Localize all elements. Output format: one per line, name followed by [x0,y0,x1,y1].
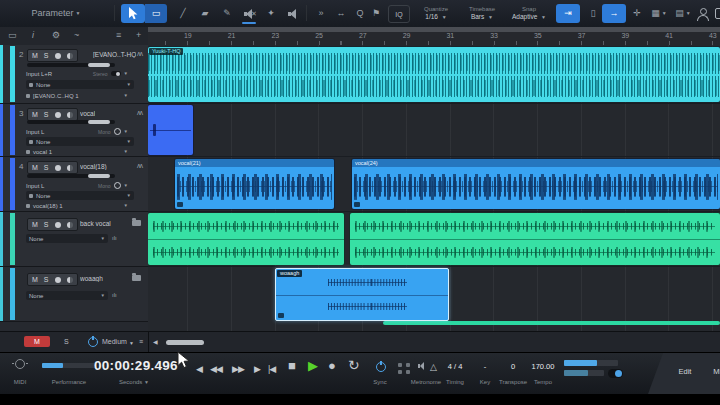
chevron-down-icon[interactable]: ▼ [127,82,131,87]
solo-button[interactable]: S [44,52,49,59]
timeline-ruler[interactable]: 19 21 23 25 27 29 31 33 35 37 39 41 43 [148,27,720,46]
output-row[interactable]: vocal(18) 1 ▼ [26,201,128,210]
clip-vocal-small[interactable] [148,105,193,155]
range-tool-button[interactable]: ▭ [145,4,167,23]
power-icon[interactable] [88,337,98,347]
snap-dropdown[interactable]: Snap Adaptive ▼ [506,5,552,21]
list-icon[interactable]: ≡ [139,338,143,345]
chevron-down-icon[interactable]: ▼ [124,129,128,134]
track-header-back-vocal[interactable]: M S back vocal None ▼ ılı [0,212,148,267]
solo-button[interactable]: S [44,221,49,228]
precount-autopunch-icons[interactable] [398,363,411,374]
mute-button[interactable]: M [32,164,38,171]
scroll-left-arrow[interactable]: ◀ [153,338,158,345]
output-row[interactable]: vocal 1 ▼ [26,147,128,156]
play-button[interactable]: ▶ [308,359,317,373]
track-header-vocal18[interactable]: 4 M S vocal(18) ʌʌ Input L Mono ▼ [0,157,148,212]
solo-button[interactable]: S [44,276,49,283]
chevron-down-icon[interactable]: ▼ [124,71,128,76]
tempo-value[interactable]: 170.00 [528,362,558,371]
listen-tool-button[interactable] [284,4,302,23]
output-row[interactable]: [EVANO.C..HQ 1 ▼ [26,91,128,100]
paint-tool-button[interactable]: ✎ [218,4,236,23]
chevron-down-icon[interactable]: ▼ [101,293,105,298]
track-name[interactable]: woaagh [80,275,103,282]
parameter-dropdown[interactable]: Parameter ▼ [8,4,104,23]
chevron-down-icon[interactable]: ▼ [124,203,128,208]
volume-handle[interactable] [88,174,110,178]
automation-icon[interactable]: ~ [74,30,79,41]
edit-view-button[interactable]: Edit [670,367,700,376]
crosshair-button[interactable]: ✛ [630,4,644,23]
click-speaker-icon[interactable] [418,362,427,370]
chevron-down-icon[interactable]: ▼ [127,193,131,198]
clip-vocal24[interactable]: vocal(24) [352,159,720,209]
add-track-button[interactable]: + [136,30,141,41]
time-unit-dropdown[interactable]: Seconds ▼ [104,379,164,385]
step-back-button[interactable]: ◀ [196,362,202,376]
grid-view-button[interactable]: ▦ ▼ [648,4,670,23]
arrange-row-vocal18[interactable]: vocal(21) vocal(24) [148,157,720,212]
track-name[interactable]: [EVANO..T-HQ [93,51,136,58]
follow-playhead-button[interactable]: ⇥ [556,4,580,23]
record-button[interactable]: ● [328,359,335,373]
timebase-dropdown[interactable]: Timebase Bars ▼ [460,5,504,21]
mute-button[interactable]: M [32,111,38,118]
key-value[interactable]: - [476,362,494,371]
insert-row[interactable]: None ▼ [26,137,134,146]
transpose-value[interactable]: 0 [496,362,530,371]
arrange-row-woaagh[interactable]: woaagh [148,267,720,321]
horizontal-scrollbar[interactable] [166,340,204,345]
chevron-down-icon[interactable]: ▼ [124,183,128,188]
loop-button[interactable]: ↻ [348,358,359,372]
insert-row[interactable]: None ▼ [26,80,134,89]
chevron-down-icon[interactable]: ▼ [124,93,128,98]
sync-power-icon[interactable] [376,362,386,372]
inspector-icon[interactable]: i [32,30,34,41]
monitor-button[interactable] [67,277,73,283]
track-name[interactable]: back vocal [80,220,111,227]
volume-handle[interactable] [88,63,110,67]
solo-button[interactable]: S [44,164,49,171]
track-tab-icon[interactable]: ▭ [8,30,17,41]
chevron-down-icon[interactable]: ▼ [101,236,105,241]
volume-handle[interactable] [88,120,110,124]
chevron-down-icon[interactable]: ▼ [127,139,131,144]
mono-toggle[interactable] [114,182,121,189]
global-mute-button[interactable]: M [24,336,50,347]
track-header-evano[interactable]: 2 M S [EVANO..T-HQ ʌʌ Input L+R Stereo ▼ [0,45,148,104]
metronome-icon[interactable]: △ [430,360,436,374]
jump-button[interactable]: → [602,4,626,23]
monitor-button[interactable] [67,53,73,59]
record-arm-button[interactable] [55,277,61,283]
stereo-toggle[interactable] [111,71,121,76]
stop-button[interactable]: ■ [288,359,295,373]
track-header-vocal[interactable]: 3 M S vocal ʌʌ Input L Mono ▼ [0,104,148,157]
quantize-dropdown[interactable]: Quantize 1/16 ▼ [414,5,458,21]
record-arm-button[interactable] [55,112,61,118]
clip-woaagh-selected[interactable]: woaagh [275,268,449,321]
clip-back-vocal-a[interactable] [148,213,344,265]
mix-view-button[interactable]: Mix [706,367,720,376]
record-arm-button[interactable] [55,165,61,171]
track-name[interactable]: vocal [80,110,95,117]
arrangement-area[interactable]: Yuuki-T-HQ vocal(21) vocal(24) [148,45,720,331]
track-list-icon[interactable]: ≡ [116,30,121,41]
volume-slider[interactable] [27,174,115,178]
track-size-dropdown[interactable]: Medium [102,338,127,345]
mute-button[interactable]: M [32,276,38,283]
track-name[interactable]: vocal(18) [80,163,107,170]
clip-yuuki-t-hq[interactable]: Yuuki-T-HQ [148,47,720,102]
mute-tool-button[interactable]: ✕ [240,4,258,23]
timestretch-button[interactable]: ↔ [332,4,350,23]
clip-sliver-green[interactable] [383,321,720,325]
return-to-start-button[interactable]: |◀ [268,362,275,376]
mute-button[interactable]: M [32,52,38,59]
fast-forward-button[interactable]: ▶▶ [232,362,244,376]
record-arm-button[interactable] [55,222,61,228]
volume-slider[interactable] [27,63,115,67]
chevron-down-icon[interactable]: ▼ [124,149,128,154]
insert-row[interactable]: None ▼ [26,291,108,300]
monitor-button[interactable] [67,222,73,228]
input-row[interactable]: Input L Mono ▼ [26,181,128,190]
